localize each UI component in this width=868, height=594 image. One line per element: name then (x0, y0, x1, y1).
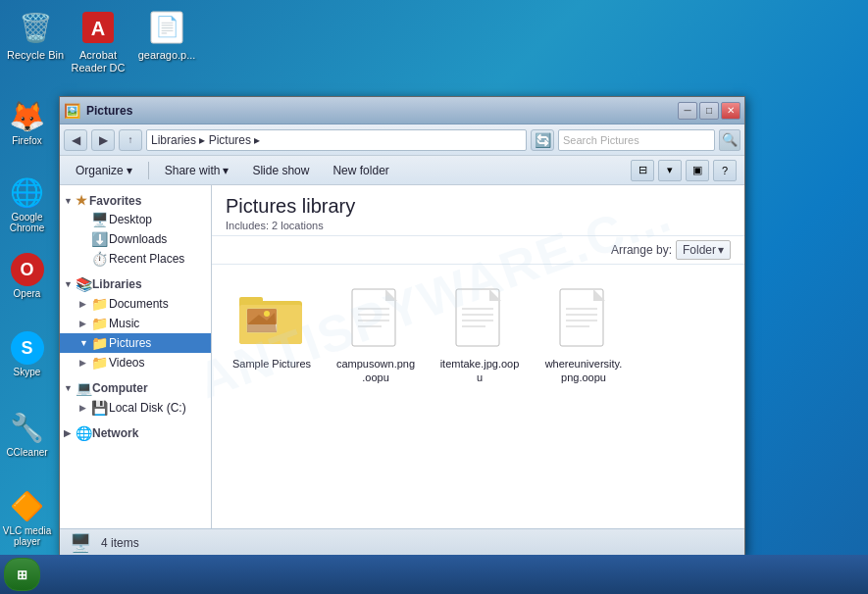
organize-button[interactable]: Organize ▾ (68, 160, 140, 181)
maximize-button[interactable]: □ (699, 102, 719, 120)
desktop-nav-label: Desktop (109, 213, 207, 226)
search-button[interactable]: 🔍 (719, 129, 740, 151)
arrange-by-value: Folder (683, 243, 716, 257)
nav-item-desktop[interactable]: 🖥️ Desktop (60, 210, 211, 229)
local-disk-label: Local Disk (C:) (109, 401, 207, 415)
minimize-button[interactable]: ─ (678, 102, 697, 120)
itemtake-label: itemtake.jpg.oopu (439, 357, 520, 385)
sidebar-app-opera[interactable]: O Opera (0, 253, 54, 299)
videos-nav-label: Videos (109, 356, 207, 370)
share-button[interactable]: Share with ▾ (157, 160, 237, 181)
arrange-dropdown-arrow: ▾ (718, 243, 724, 257)
opera-label: Opera (14, 288, 41, 299)
search-field[interactable]: Search Pictures (558, 129, 715, 151)
libraries-group[interactable]: ▼ 📚 Libraries (60, 272, 211, 294)
network-label: Network (92, 426, 138, 440)
window-icon: 🖼️ (64, 103, 80, 119)
title-bar-controls: ─ □ ✕ (678, 102, 740, 120)
sidebar-app-firefox[interactable]: 🦊 Firefox (0, 98, 54, 146)
libraries-icon: 📚 (76, 276, 92, 292)
forward-button[interactable]: ▶ (91, 129, 115, 151)
file-item-itemtake[interactable]: itemtake.jpg.oopu (435, 280, 524, 389)
skype-label: Skype (14, 367, 41, 377)
file-item-campusown[interactable]: campusown.png.oopu (332, 280, 420, 389)
favorites-expand-icon: ▼ (64, 196, 76, 206)
arrange-bar: Arrange by: Folder ▾ (212, 236, 744, 265)
recycle-bin-icon: 🗑️ (16, 8, 55, 47)
nav-item-videos[interactable]: ▶ 📁 Videos (60, 353, 211, 372)
status-pc-icon: 🖥️ (70, 532, 91, 554)
sidebar-app-ccleaner[interactable]: 🔧 CCleaner (0, 410, 54, 458)
back-button[interactable]: ◀ (64, 129, 87, 151)
desktop-icon-gearago[interactable]: 📄 gearago.p... (135, 8, 198, 62)
document-icon-whereuniversity (549, 284, 618, 353)
new-folder-label: New folder (332, 164, 388, 177)
recent-nav-label: Recent Places (109, 252, 207, 266)
start-button[interactable]: ⊞ (4, 558, 40, 591)
computer-group[interactable]: ▼ 💻 Computer (60, 376, 211, 398)
sidebar-app-skype[interactable]: S Skype (0, 331, 54, 377)
file-item-whereuniversity[interactable]: whereuniversity.png.oopu (539, 280, 628, 389)
desktop-icon-acrobat[interactable]: A Acrobat Reader DC (67, 8, 129, 74)
taskbar: ⊞ (0, 555, 868, 594)
local-disk-icon: 💾 (91, 400, 109, 416)
nav-item-recent[interactable]: ⏱️ Recent Places (60, 249, 211, 269)
view-change-button[interactable]: ▾ (658, 160, 682, 181)
slideshow-label: Slide show (252, 164, 309, 177)
campusown-label: campusown.png.oopu (335, 357, 416, 385)
recycle-bin-label: Recycle Bin (7, 49, 64, 62)
network-icon: 🌐 (76, 425, 92, 441)
nav-item-downloads[interactable]: ⬇️ Downloads (60, 229, 211, 249)
downloads-nav-label: Downloads (109, 232, 207, 246)
document-icon-itemtake (445, 284, 514, 353)
refresh-button[interactable]: 🔄 (531, 129, 554, 151)
computer-label: Computer (92, 381, 148, 395)
sidebar-app-chrome[interactable]: 🌐 Google Chrome (0, 174, 54, 233)
up-button[interactable]: ↑ (119, 129, 142, 151)
gearago-label: gearago.p... (138, 49, 196, 62)
acrobat-label: Acrobat Reader DC (67, 49, 129, 74)
nav-item-pictures[interactable]: ▼ 📁 Pictures (60, 333, 211, 353)
pictures-nav-icon: 📁 (91, 335, 109, 351)
desktop-nav-icon: 🖥️ (91, 212, 109, 227)
view-toggle-button[interactable]: ⊟ (631, 160, 654, 181)
new-folder-button[interactable]: New folder (325, 160, 396, 181)
close-button[interactable]: ✕ (721, 102, 740, 120)
favorites-label: Favorites (89, 194, 141, 208)
recent-nav-icon: ⏱️ (91, 251, 109, 267)
svg-text:A: A (91, 18, 105, 39)
chrome-label: Google Chrome (0, 212, 54, 233)
firefox-label: Firefox (12, 135, 42, 146)
nav-item-local-disk[interactable]: ▶ 💾 Local Disk (C:) (60, 398, 211, 418)
ccleaner-label: CCleaner (6, 447, 47, 458)
preview-pane-button[interactable]: ▣ (686, 160, 709, 181)
videos-nav-icon: 📁 (91, 355, 109, 371)
status-items-count: 4 items (101, 536, 139, 550)
documents-nav-label: Documents (109, 297, 207, 311)
share-label: Share with (165, 164, 221, 177)
toolbar: Organize ▾ Share with ▾ Slide show New f… (60, 156, 744, 185)
vlc-label: VLC media player (0, 525, 54, 547)
window-title: Pictures (86, 104, 132, 118)
music-nav-label: Music (109, 317, 207, 330)
network-group[interactable]: ▶ 🌐 Network (60, 421, 211, 443)
desktop-icon-recycle-bin[interactable]: 🗑️ Recycle Bin (4, 8, 67, 62)
help-button[interactable]: ? (713, 160, 737, 181)
skype-icon: S (11, 331, 44, 365)
document-icon-campusown (341, 284, 410, 353)
pictures-nav-label: Pictures (109, 336, 207, 350)
nav-item-music[interactable]: ▶ 📁 Music (60, 314, 211, 333)
arrange-by-dropdown[interactable]: Folder ▾ (676, 240, 731, 260)
file-item-sample-pictures[interactable]: Sample Pictures (228, 280, 316, 389)
organize-arrow: ▾ (127, 164, 132, 177)
nav-bar: ◀ ▶ ↑ Libraries ▸ Pictures ▸ 🔄 Search Pi… (60, 124, 744, 156)
nav-item-documents[interactable]: ▶ 📁 Documents (60, 294, 211, 314)
slideshow-button[interactable]: Slide show (244, 160, 317, 181)
sample-pictures-label: Sample Pictures (232, 357, 311, 371)
breadcrumb[interactable]: Libraries ▸ Pictures ▸ (146, 129, 527, 151)
svg-point-11 (264, 311, 270, 317)
sidebar-app-vlc[interactable]: 🔶 VLC media player (0, 488, 54, 547)
content-header: Pictures library Includes: 2 locations (212, 185, 744, 236)
libraries-expand-icon: ▼ (64, 279, 76, 289)
favorites-group[interactable]: ▼ ★ Favorites (60, 189, 211, 210)
